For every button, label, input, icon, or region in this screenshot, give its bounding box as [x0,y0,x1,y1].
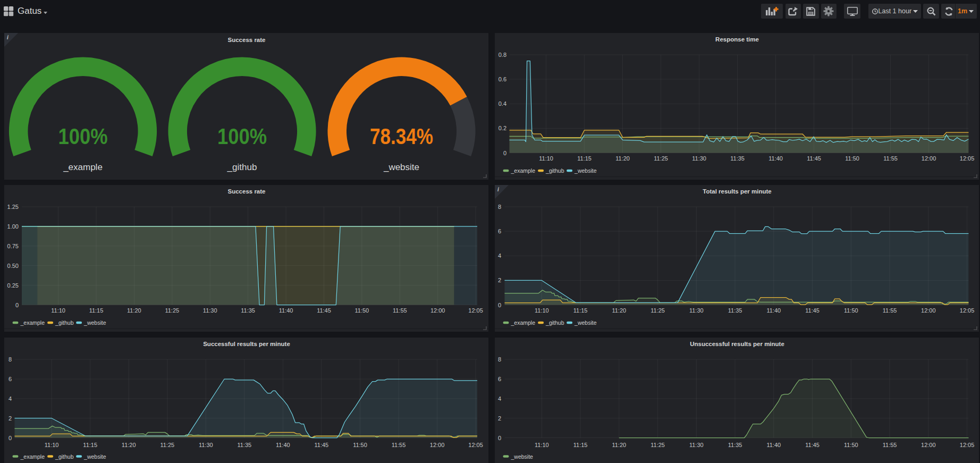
svg-text:i: i [7,35,9,40]
svg-text:12:05: 12:05 [959,442,974,448]
svg-text:11:25: 11:25 [165,307,179,314]
svg-text:Unsuccessful results per minut: Unsuccessful results per minute [690,341,784,347]
svg-text:11:10: 11:10 [534,442,548,448]
svg-text:12:05: 12:05 [959,307,974,314]
svg-text:11:35: 11:35 [728,442,742,448]
svg-text:11:35: 11:35 [728,307,742,314]
svg-text:_github: _github [227,162,257,172]
svg-text:Success rate: Success rate [228,36,266,43]
svg-text:_github: _github [545,319,564,326]
svg-text:11:35: 11:35 [237,442,251,448]
svg-text:4: 4 [497,252,501,259]
svg-text:11:20: 11:20 [612,307,626,314]
svg-text:12:05: 12:05 [959,155,974,162]
svg-text:12:00: 12:00 [921,442,936,448]
svg-text:0.75: 0.75 [7,242,19,249]
svg-text:_example: _example [20,319,45,326]
svg-text:4: 4 [497,395,501,401]
svg-text:11:45: 11:45 [317,307,331,314]
svg-text:12:00: 12:00 [430,442,445,448]
svg-text:12:00: 12:00 [921,155,936,162]
svg-text:_example: _example [63,162,103,172]
svg-text:8: 8 [497,204,501,210]
svg-text:11:40: 11:40 [766,442,781,448]
svg-text:11:50: 11:50 [845,155,859,162]
svg-text:11:55: 11:55 [393,307,407,314]
svg-text:Response time: Response time [715,36,759,43]
svg-text:11:20: 11:20 [612,442,626,448]
svg-text:1.25: 1.25 [7,204,19,210]
svg-text:11:30: 11:30 [692,155,706,162]
svg-text:0: 0 [497,434,501,441]
svg-text:11:55: 11:55 [882,442,897,448]
svg-text:Success rate: Success rate [228,188,266,195]
svg-text:0: 0 [497,301,501,308]
svg-text:11:55: 11:55 [882,307,897,314]
svg-text:8: 8 [9,356,12,363]
svg-text:11:55: 11:55 [883,155,898,162]
svg-text:2: 2 [497,277,501,283]
svg-text:11:30: 11:30 [689,307,703,314]
svg-text:Successful results per minute: Successful results per minute [203,341,290,347]
svg-text:0.2: 0.2 [498,125,506,131]
svg-text:2: 2 [497,415,501,421]
svg-text:_website: _website [510,453,533,459]
svg-text:0: 0 [503,149,506,156]
svg-text:11:15: 11:15 [83,442,97,448]
svg-text:11:25: 11:25 [654,155,668,162]
svg-text:2: 2 [9,415,12,421]
svg-text:12:00: 12:00 [921,307,936,314]
svg-text:0.6: 0.6 [498,76,506,82]
svg-text:11:40: 11:40 [768,155,783,162]
svg-text:11:35: 11:35 [730,155,745,162]
svg-text:11:45: 11:45 [315,442,329,448]
svg-text:11:20: 11:20 [127,307,141,314]
svg-text:_example: _example [20,453,45,459]
svg-text:_website: _website [574,319,597,326]
svg-text:_website: _website [574,167,597,174]
svg-text:6: 6 [9,376,12,382]
svg-text:11:45: 11:45 [805,442,820,448]
svg-text:_github: _github [545,167,564,174]
svg-text:11:50: 11:50 [355,307,369,314]
svg-text:11:25: 11:25 [650,307,665,314]
svg-text:_example: _example [510,319,535,326]
svg-text:12:05: 12:05 [468,442,483,448]
svg-text:11:25: 11:25 [160,442,174,448]
svg-text:1.00: 1.00 [7,223,19,229]
svg-text:4: 4 [9,395,12,401]
svg-text:11:20: 11:20 [615,155,630,162]
svg-text:11:20: 11:20 [122,442,136,448]
svg-text:11:35: 11:35 [241,307,255,314]
svg-text:11:10: 11:10 [45,442,59,448]
svg-text:11:10: 11:10 [539,155,553,162]
svg-text:_github: _github [55,319,74,326]
svg-text:6: 6 [497,376,501,382]
svg-text:0.25: 0.25 [7,282,19,288]
svg-text:0: 0 [9,434,12,441]
svg-text:Total results per minute: Total results per minute [703,188,772,195]
svg-text:11:25: 11:25 [650,442,665,448]
svg-text:100%: 100% [58,123,108,148]
svg-text:11:40: 11:40 [766,307,781,314]
svg-text:_example: _example [510,167,535,174]
svg-text:100%: 100% [217,123,267,148]
svg-text:8: 8 [497,356,501,363]
svg-text:_github: _github [55,453,74,459]
svg-text:6: 6 [497,228,501,234]
svg-text:11:40: 11:40 [276,442,290,448]
svg-text:11:45: 11:45 [807,155,821,162]
svg-text:11:50: 11:50 [843,307,858,314]
svg-text:11:55: 11:55 [392,442,406,448]
svg-text:_website: _website [83,319,106,326]
svg-text:11:50: 11:50 [843,442,858,448]
svg-text:12:00: 12:00 [430,307,445,314]
svg-text:78.34%: 78.34% [370,123,433,148]
svg-text:0: 0 [15,301,19,308]
svg-text:11:15: 11:15 [577,155,592,162]
svg-text:11:50: 11:50 [353,442,367,448]
svg-text:12:05: 12:05 [468,307,483,314]
svg-text:11:30: 11:30 [199,442,213,448]
svg-text:11:15: 11:15 [573,442,587,448]
svg-text:11:30: 11:30 [203,307,217,314]
